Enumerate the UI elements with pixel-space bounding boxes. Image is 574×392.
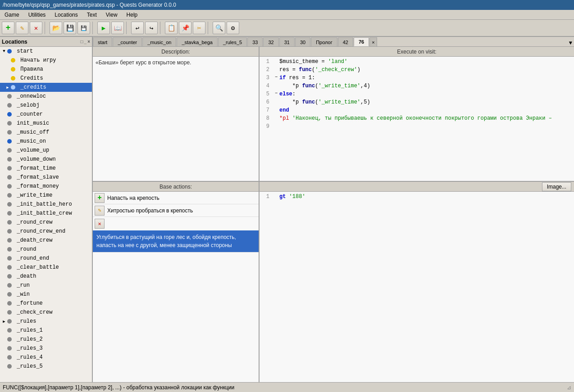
redo-button[interactable]: ↪ (145, 22, 158, 34)
find-replace-button[interactable]: ✂ (193, 22, 205, 34)
sidebar-item-rules-5[interactable]: _rules_5 (0, 362, 92, 371)
copy-button[interactable]: 📋 (165, 22, 178, 34)
sidebar-item-pravila[interactable]: Правила (0, 65, 92, 74)
sidebar-item-round[interactable]: _round (0, 245, 92, 254)
sidebar-item-run[interactable]: _run (0, 281, 92, 290)
action-item-3[interactable]: ✕ Углубиться в растущий на горе лес и, о… (93, 217, 259, 252)
delete-button[interactable]: ✕ (30, 22, 42, 34)
fold-7[interactable] (273, 107, 279, 112)
sidebar-item-credits[interactable]: ▶ _credits (0, 83, 92, 92)
action-fold-1[interactable] (273, 194, 279, 198)
tab-30[interactable]: 30 (295, 37, 310, 46)
fold-4[interactable] (273, 83, 279, 88)
sidebar-item-death-crew[interactable]: _death_crew (0, 236, 92, 245)
fold-8[interactable] (273, 115, 279, 120)
sidebar-item-check-crew[interactable]: _check_crew (0, 308, 92, 317)
sidebar-item-onnewloc[interactable]: _onnewloc (0, 92, 92, 101)
sidebar-item-format-slave[interactable]: _format_slave (0, 173, 92, 182)
sidebar-item-write-time[interactable]: _write_time (0, 191, 92, 200)
sidebar-item-rules-2[interactable]: _rules_2 (0, 335, 92, 344)
sidebar-item-win[interactable]: _win (0, 290, 92, 299)
tab-31[interactable]: 31 (279, 37, 295, 46)
fold-5[interactable]: − (273, 91, 279, 96)
menu-utilities[interactable]: Utilities (26, 11, 49, 19)
settings-button[interactable]: ⚙ (227, 22, 239, 34)
action-body-3: Углубиться в растущий на горе лес и, обо… (93, 230, 259, 252)
save-button[interactable]: 💾 (64, 22, 76, 34)
menu-game[interactable]: Game (2, 11, 22, 19)
paste-button[interactable]: 📌 (179, 22, 191, 34)
sidebar-item-start[interactable]: ▼ start (0, 47, 92, 56)
menu-text[interactable]: Text (84, 11, 100, 19)
sidebar-item-credits-cap[interactable]: Credits (0, 74, 92, 83)
sidebar-item-volume-down[interactable]: _volume_down (0, 155, 92, 164)
action-icon-3[interactable]: ✕ (95, 219, 105, 229)
fold-6[interactable] (273, 99, 279, 104)
tab-rules-5[interactable]: _rules_5 (218, 37, 247, 46)
edit-button[interactable]: ✎ (16, 22, 28, 34)
fold-9[interactable] (273, 123, 279, 128)
code-line-8: 8 *pl 'Наконец, ты прибываешь к северной… (260, 115, 574, 123)
action-code-content[interactable]: 1 gt '188' (260, 192, 574, 382)
action-icon-1[interactable]: + (95, 193, 105, 203)
tab-32[interactable]: 32 (263, 37, 278, 46)
sidebar-restore-icon[interactable]: □ (81, 39, 83, 44)
sidebar-item-init-battle-crew[interactable]: _init_battle_crew (0, 209, 92, 218)
execute-content[interactable]: 1 $music_theme = 'land' 2 res = func('_c… (260, 57, 574, 181)
sidebar-item-round-crew-end[interactable]: _round_crew_end (0, 227, 92, 236)
action-item-2[interactable]: ✎ Хитростью пробраться в крепость (93, 204, 259, 217)
sidebar-item-rules-1[interactable]: _rules_1 (0, 326, 92, 335)
tab-close[interactable]: × (369, 37, 377, 46)
dot-rules-3 (7, 346, 12, 351)
open-button[interactable]: 📂 (50, 22, 62, 34)
sidebar-item-rules-4[interactable]: _rules_4 (0, 353, 92, 362)
sidebar-item-init-battle-hero[interactable]: _init_battle_hero (0, 200, 92, 209)
description-content[interactable]: «Банши» берет курс в открытое море. (93, 57, 259, 181)
menu-view[interactable]: View (103, 11, 120, 19)
sidebar-close-icon[interactable]: × (87, 39, 90, 44)
sidebar-item-rules[interactable]: ▶ _rules (0, 317, 92, 326)
tab-counter[interactable]: _counter (113, 37, 142, 46)
tab-prolog[interactable]: Пролог (311, 37, 337, 46)
sidebar-item-counter[interactable]: _counter (0, 110, 92, 119)
sidebar-item-volume-up[interactable]: _volume_up (0, 146, 92, 155)
arrow-selobj (2, 103, 6, 108)
sidebar-label-credits: _credits (20, 84, 46, 90)
action-icon-2[interactable]: ✎ (95, 206, 105, 216)
tab-start[interactable]: start (93, 37, 112, 46)
tab-42[interactable]: 42 (338, 37, 353, 46)
sidebar-item-fortune[interactable]: _fortune (0, 299, 92, 308)
tab-76[interactable]: 76 (354, 37, 369, 46)
sidebar-item-selobj[interactable]: _selobj (0, 101, 92, 110)
sidebar-item-init-music[interactable]: init_music (0, 119, 92, 128)
new-button[interactable]: + (2, 22, 14, 34)
sidebar-item-death[interactable]: _death (0, 272, 92, 281)
sidebar-minimize-icon[interactable]: _ (84, 39, 87, 44)
statusbar-text: FUNC([$локация],[параметр 1],[параметр 2… (3, 384, 234, 391)
sidebar-item-format-time[interactable]: _format_time (0, 164, 92, 173)
sidebar-item-format-money[interactable]: _format_money (0, 182, 92, 191)
sidebar-item-nachaty[interactable]: Начать игру (0, 56, 92, 65)
saveas-button[interactable]: 💾 (77, 22, 90, 34)
action-item-1[interactable]: + Напасть на крепость (93, 192, 259, 204)
search-button[interactable]: 🔍 (213, 22, 225, 34)
fold-1[interactable] (273, 59, 279, 63)
tab-stavka-bega[interactable]: _stavka_bega (177, 37, 218, 46)
sidebar-item-music-off[interactable]: _music_off (0, 128, 92, 137)
tab-music-on[interactable]: _music_on (142, 37, 176, 46)
menu-help[interactable]: Help (124, 11, 141, 19)
run-button[interactable]: ▶ (97, 22, 110, 34)
help-button[interactable]: 📖 (111, 22, 124, 34)
menu-locations[interactable]: Locations (52, 11, 80, 19)
fold-2[interactable] (273, 67, 279, 72)
sidebar-item-round-end[interactable]: _round_end (0, 254, 92, 263)
sidebar-item-rules-3[interactable]: _rules_3 (0, 344, 92, 353)
fold-3[interactable]: − (273, 75, 279, 80)
undo-button[interactable]: ↩ (131, 22, 144, 34)
sidebar-item-clear-battle[interactable]: _clear_battle (0, 263, 92, 272)
sidebar-item-music-on[interactable]: _music_on (0, 137, 92, 146)
sidebar-item-round-crew[interactable]: _round_crew (0, 218, 92, 227)
image-button[interactable]: Image... (542, 182, 571, 191)
tabs-scroll-arrow[interactable]: ▼ (569, 40, 572, 46)
tab-33[interactable]: 33 (247, 37, 263, 46)
